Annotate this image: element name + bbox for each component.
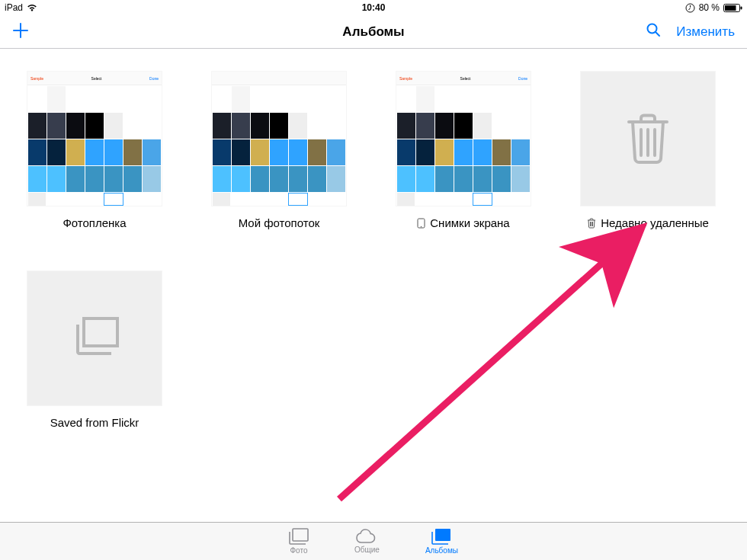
- tab-label: Альбомы: [425, 546, 458, 555]
- search-icon: [646, 22, 661, 37]
- album-thumb: [581, 72, 715, 206]
- album-thumb: SampleSelectDone: [396, 72, 531, 206]
- album-label: Saved from Flickr: [50, 416, 139, 429]
- album-label: Фотопленка: [63, 216, 126, 229]
- photos-icon: [289, 528, 309, 545]
- cloud-icon: [355, 529, 378, 544]
- status-bar: iPad 10:40 80 %: [0, 0, 747, 15]
- trash-small-icon: [587, 218, 596, 229]
- albums-icon: [431, 528, 451, 545]
- tab-shared[interactable]: Общие: [354, 529, 380, 554]
- tab-photos[interactable]: Фото: [289, 528, 309, 555]
- album-label-text: Снимки экрана: [430, 216, 509, 229]
- clock: 10:40: [362, 2, 386, 13]
- tab-label: Общие: [354, 546, 380, 554]
- svg-rect-7: [84, 318, 117, 346]
- album-saved-flickr[interactable]: Saved from Flickr: [27, 271, 162, 429]
- album-label: Мой фотопоток: [239, 216, 320, 229]
- album-camera-roll[interactable]: SampleSelectDone Фотопленка: [27, 72, 162, 229]
- album-thumb: [212, 72, 346, 206]
- tab-bar: Фото Общие Альбомы: [0, 522, 747, 560]
- album-photostream[interactable]: Мой фотопоток: [212, 72, 346, 229]
- svg-rect-9: [293, 529, 308, 541]
- album-screenshots[interactable]: SampleSelectDone Снимки экрана: [396, 72, 531, 229]
- rotation-lock-icon: [685, 3, 695, 13]
- battery-pct: 80 %: [699, 2, 720, 13]
- trash-icon: [624, 111, 672, 166]
- search-button[interactable]: [646, 22, 661, 41]
- album-recently-deleted[interactable]: Недавно удаленные: [581, 72, 715, 229]
- battery-icon: [723, 4, 742, 12]
- wifi-icon: [27, 4, 37, 11]
- svg-rect-2: [725, 5, 736, 11]
- stack-icon: [67, 314, 122, 363]
- album-thumb: SampleSelectDone: [27, 72, 162, 206]
- page-title: Альбомы: [342, 24, 404, 40]
- edit-button[interactable]: Изменить: [676, 24, 735, 40]
- albums-grid: SampleSelectDone Фотопленка Мой фотопото…: [0, 49, 747, 452]
- tab-label: Фото: [290, 546, 308, 555]
- device-icon: [417, 218, 425, 229]
- add-button[interactable]: [12, 22, 29, 42]
- svg-point-6: [421, 226, 422, 226]
- svg-rect-10: [435, 529, 450, 541]
- nav-bar: Альбомы Изменить: [0, 15, 747, 49]
- svg-rect-3: [741, 6, 742, 9]
- tab-albums[interactable]: Альбомы: [425, 528, 458, 555]
- plus-icon: [12, 22, 29, 39]
- album-label-text: Недавно удаленные: [601, 216, 709, 229]
- album-thumb: [27, 271, 162, 405]
- carrier-label: iPad: [5, 2, 23, 13]
